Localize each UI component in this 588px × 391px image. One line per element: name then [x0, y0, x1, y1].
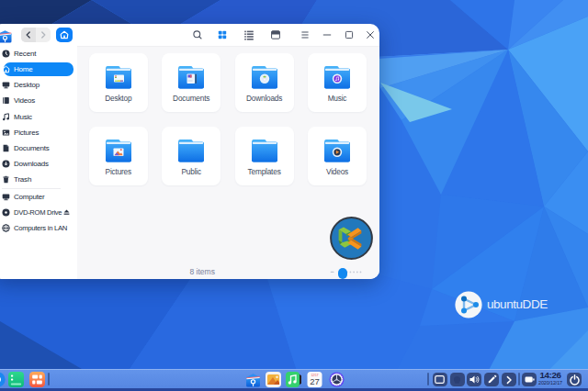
svg-text:27: 27	[310, 376, 320, 386]
